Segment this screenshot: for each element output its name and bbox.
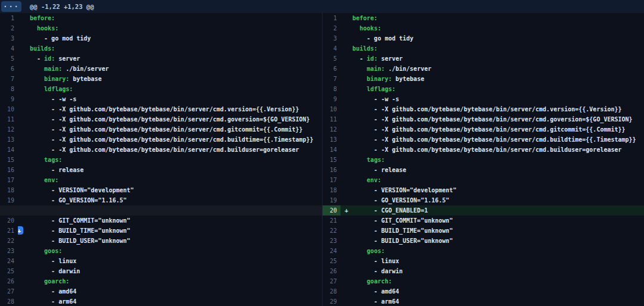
code-text: - amd64: [30, 288, 76, 295]
line-number[interactable]: 7: [0, 74, 18, 84]
line-number[interactable]: 12: [323, 124, 340, 135]
line-number[interactable]: 10: [0, 104, 18, 114]
line-number[interactable]: 6: [323, 64, 340, 74]
code-text: - go mod tidy: [352, 35, 413, 42]
line-number[interactable]: 26: [323, 266, 340, 276]
line-number[interactable]: 26: [0, 276, 18, 286]
code-text: - VERSION="development": [352, 187, 457, 193]
right-diff-row: 9 - -w -s: [323, 94, 644, 104]
line-number[interactable]: 25: [323, 256, 340, 266]
line-number[interactable]: 23: [323, 236, 340, 246]
line-number[interactable]: 25: [0, 266, 18, 276]
code-line: - GIT_COMMIT="unknown": [340, 216, 644, 226]
left-diff-row: 8 ldflags:: [0, 84, 322, 94]
line-number[interactable]: 6: [0, 64, 18, 74]
line-number[interactable]: 8: [323, 84, 340, 94]
line-number[interactable]: 18: [0, 185, 18, 195]
line-number[interactable]: 27: [323, 276, 340, 286]
code-text: - -X github.com/bytebase/bytebase/bin/se…: [30, 126, 303, 133]
code-line: main: ./bin/server: [340, 64, 644, 74]
expand-hunk-button[interactable]: ···: [1, 1, 21, 12]
line-number[interactable]: 5: [323, 54, 340, 64]
line-number[interactable]: 21: [0, 226, 18, 236]
line-number[interactable]: 1: [323, 13, 340, 23]
line-number[interactable]: 11: [0, 114, 18, 124]
code-text: - linux: [352, 258, 399, 264]
right-diff-row: 26 - darwin: [323, 266, 644, 276]
code-text: ./bin/server: [385, 65, 431, 72]
line-number[interactable]: 18: [323, 185, 340, 195]
right-diff-row: 28 - amd64: [323, 286, 644, 296]
line-number[interactable]: 10: [323, 104, 340, 114]
code-line: - GIT_COMMIT="unknown": [18, 216, 322, 226]
line-number[interactable]: 15: [0, 155, 18, 165]
code-line: builds:: [18, 43, 322, 54]
line-number[interactable]: 28: [323, 286, 340, 296]
line-number[interactable]: 27: [0, 286, 18, 296]
left-diff-row: 2 hooks:: [0, 23, 322, 33]
code-line: hooks:: [340, 23, 644, 33]
hunk-header-text: @@ -1,22 +1,23 @@: [30, 0, 94, 13]
line-number[interactable]: 12: [0, 124, 18, 135]
line-number[interactable]: 19: [323, 195, 340, 205]
code-text: - -X github.com/bytebase/bytebase/bin/se…: [30, 146, 299, 153]
code-line: goarch:: [340, 276, 644, 286]
code-line: - linux: [340, 256, 644, 266]
line-number[interactable]: 22: [0, 236, 18, 246]
code-line: ldflags:: [18, 84, 322, 94]
line-number[interactable]: 14: [323, 145, 340, 155]
line-number[interactable]: 7: [323, 74, 340, 84]
ellipsis-icon: ···: [3, 2, 20, 11]
line-number[interactable]: 11: [323, 114, 340, 124]
line-number[interactable]: 5: [0, 54, 18, 64]
code-text: [30, 65, 44, 72]
line-number[interactable]: 2: [0, 23, 18, 33]
line-number[interactable]: 21: [323, 216, 340, 226]
line-number[interactable]: 29: [323, 296, 340, 306]
left-diff-row: 14 - -X github.com/bytebase/bytebase/bin…: [0, 145, 322, 155]
line-number[interactable]: 17: [323, 175, 340, 185]
line-number[interactable]: 22: [323, 226, 340, 236]
line-number[interactable]: 14: [0, 145, 18, 155]
line-number[interactable]: 16: [323, 165, 340, 175]
right-diff-row: 7 binary: bytebase: [323, 74, 644, 84]
line-number[interactable]: 9: [323, 94, 340, 104]
line-number[interactable]: 3: [323, 33, 340, 43]
line-number[interactable]: 9: [0, 94, 18, 104]
right-diff-row: 18 - VERSION="development": [323, 185, 644, 195]
line-number[interactable]: 24: [0, 256, 18, 266]
line-number[interactable]: 4: [323, 43, 340, 54]
code-line: ldflags:: [340, 84, 644, 94]
left-diff-row: 3 - go mod tidy: [0, 33, 322, 43]
line-number[interactable]: 20: [0, 216, 18, 226]
code-line: - GO_VERSION="1.16.5": [340, 195, 644, 205]
line-number[interactable]: 4: [0, 43, 18, 54]
line-number[interactable]: 2: [323, 23, 340, 33]
line-number[interactable]: 19: [0, 195, 18, 205]
left-diff-row: 13 - -X github.com/bytebase/bytebase/bin…: [0, 135, 322, 145]
right-diff-row: 19 - GO_VERSION="1.16.5": [323, 195, 644, 205]
line-number[interactable]: 20: [323, 205, 340, 216]
code-line: - BUILD_TIME="unknown": [340, 226, 644, 236]
code-line: main: ./bin/server: [18, 64, 322, 74]
line-number[interactable]: 13: [323, 135, 340, 145]
code-line: - BUILD_USER="unknown": [18, 236, 322, 246]
code-text: - arm64: [352, 298, 399, 305]
line-number[interactable]: 17: [0, 175, 18, 185]
add-comment-button[interactable]: +: [18, 226, 23, 235]
line-number[interactable]: 13: [0, 135, 18, 145]
line-number[interactable]: 23: [0, 246, 18, 256]
code-line: - -X github.com/bytebase/bytebase/bin/se…: [340, 104, 644, 114]
line-number[interactable]: 24: [323, 246, 340, 256]
code-line: - VERSION="development": [340, 185, 644, 195]
line-number[interactable]: 1: [0, 13, 18, 23]
line-number[interactable]: 16: [0, 165, 18, 175]
yaml-key: before:: [30, 15, 55, 21]
code-text: - release: [30, 167, 83, 173]
line-number[interactable]: 28: [0, 296, 18, 306]
yaml-key: before:: [352, 15, 377, 21]
code-text: [352, 248, 367, 254]
line-number[interactable]: 8: [0, 84, 18, 94]
line-number[interactable]: 15: [323, 155, 340, 165]
line-number[interactable]: 3: [0, 33, 18, 43]
